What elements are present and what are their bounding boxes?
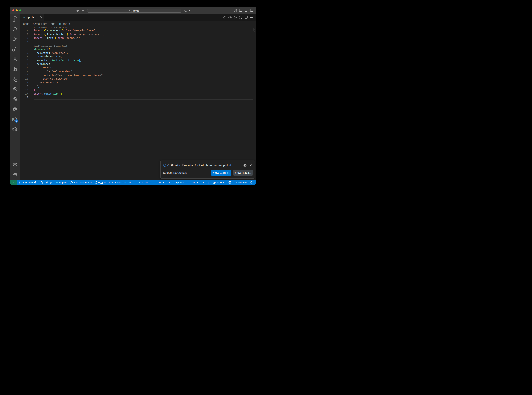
svg-text:2: 2 bbox=[16, 120, 17, 122]
svg-text:N: N bbox=[12, 117, 15, 121]
